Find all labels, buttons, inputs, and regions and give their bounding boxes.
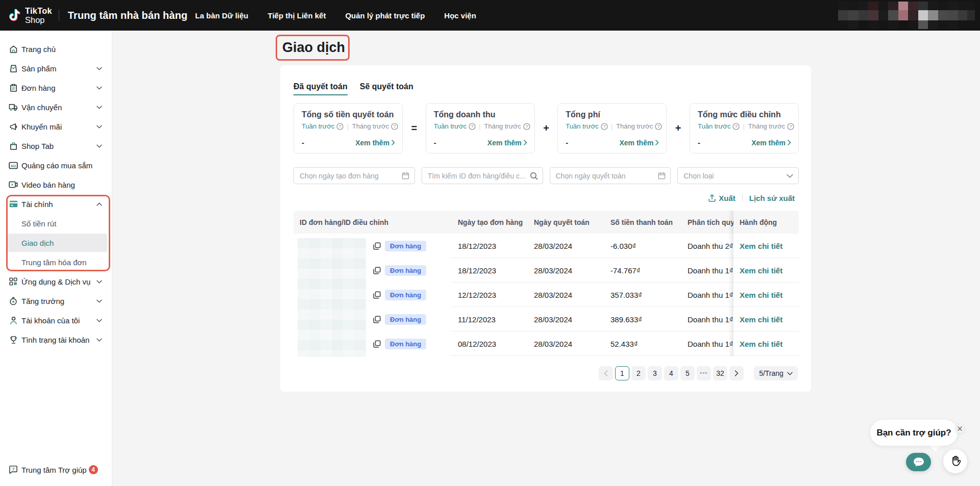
question-icon[interactable]: ?: [601, 123, 608, 130]
question-icon[interactable]: ?: [787, 123, 794, 130]
export-button[interactable]: Xuất: [708, 194, 736, 202]
copy-icon[interactable]: [373, 242, 381, 250]
tiktok-shop-logo[interactable]: TikTok Shop: [8, 7, 52, 24]
page-button-1[interactable]: 1: [615, 366, 629, 380]
sidebar-item-withdrawals[interactable]: Số tiền rút: [8, 214, 107, 233]
view-details-link[interactable]: Xem chi tiết: [740, 315, 782, 324]
settled-date: 28/03/2024: [528, 242, 604, 250]
chat-button[interactable]: [906, 453, 931, 471]
page-button-2[interactable]: 2: [631, 366, 646, 380]
col-created-date: Ngày tạo đơn hàng: [452, 218, 528, 226]
sidebar-item-shopping-ads[interactable]: AD Quảng cáo mua sắm: [8, 156, 107, 174]
payment-amount: -74.767₫: [604, 266, 681, 275]
last-week-link[interactable]: Tuần trước: [698, 122, 730, 130]
sidebar-item-shipping[interactable]: Vận chuyển: [8, 98, 107, 116]
nav-academy[interactable]: Học viện: [444, 11, 476, 20]
redacted-account-area: [838, 2, 975, 29]
see-more-link[interactable]: Xem thêm: [620, 139, 659, 147]
see-more-link[interactable]: Xem thêm: [487, 139, 527, 147]
see-more-link[interactable]: Xem thêm: [751, 139, 791, 147]
sidebar-item-transactions[interactable]: Giao dịch: [8, 234, 107, 252]
last-week-link[interactable]: Tuần trước: [302, 122, 334, 130]
question-icon[interactable]: ?: [732, 123, 740, 130]
sidebar-item-invoice-center[interactable]: Trung tâm hóa đơn: [8, 253, 107, 271]
question-icon[interactable]: ?: [655, 123, 662, 130]
sidebar-item-finance[interactable]: Tài chính: [8, 195, 107, 213]
chevron-down-icon: [787, 372, 793, 375]
last-month-link[interactable]: Tháng trước: [748, 122, 785, 130]
view-details-link[interactable]: Xem chi tiết: [740, 291, 782, 299]
tab-settled[interactable]: Đã quyết toán: [293, 82, 348, 95]
copy-icon[interactable]: [373, 291, 381, 299]
copy-icon[interactable]: [373, 267, 381, 274]
page-button-4[interactable]: 4: [664, 366, 678, 380]
page-button-3[interactable]: 3: [648, 366, 662, 380]
sidebar-item-apps-services[interactable]: Ứng dụng & Dịch vụ: [8, 272, 107, 291]
page-ellipsis[interactable]: •••: [697, 366, 711, 380]
sidebar-item-shop-tab[interactable]: Shop Tab: [8, 137, 107, 155]
prev-page-button[interactable]: [599, 366, 613, 380]
sidebar-menu: Trang chủ Sản phẩm Đơn hàng Vận chuyển: [0, 31, 112, 349]
question-icon[interactable]: ?: [336, 123, 344, 130]
help-bubble-close-button[interactable]: [955, 424, 965, 433]
order-id-search-input[interactable]: [422, 167, 543, 184]
sidebar-item-my-account[interactable]: Tài khoản của tôi: [8, 311, 107, 329]
page-button-5[interactable]: 5: [680, 366, 695, 380]
last-week-link[interactable]: Tuần trước: [434, 122, 467, 130]
table-row: Đơn hàng 12/12/2023 28/03/2024 357.033₫ …: [293, 283, 799, 307]
nav-data-compass[interactable]: La bàn Dữ liệu: [195, 11, 248, 20]
chevron-down-icon: [96, 337, 102, 343]
sidebar-item-promotions[interactable]: Khuyến mãi: [8, 117, 107, 136]
payment-amount: -6.030₫: [604, 242, 681, 250]
copy-icon[interactable]: [373, 340, 381, 348]
sidebar-item-account-health[interactable]: Tình trạng tài khoản: [8, 330, 107, 349]
sidebar-item-products[interactable]: Sản phẩm: [8, 59, 107, 78]
nav-affiliate-marketing[interactable]: Tiếp thị Liên kết: [268, 11, 326, 20]
question-icon[interactable]: ?: [523, 123, 530, 130]
summary-card-total-settlement: Tổng số tiền quyết toán Tuần trước ? | T…: [293, 103, 403, 154]
sidebar: Trang chủ Sản phẩm Đơn hàng Vận chuyển: [0, 31, 112, 486]
last-month-link[interactable]: Tháng trước: [484, 122, 521, 130]
sidebar-help-center[interactable]: ? Trung tâm Trợ giúp 4: [0, 461, 112, 479]
product-icon: [9, 64, 18, 73]
status-icon: [9, 335, 18, 344]
nav-live-management[interactable]: Quản lý phát trực tiếp: [345, 11, 425, 20]
next-page-button[interactable]: [729, 366, 744, 380]
created-date: 18/12/2023: [452, 242, 528, 250]
type-select-input[interactable]: [677, 167, 799, 184]
col-analysis: Phân tích quyết toán: [681, 218, 733, 226]
tab-to-be-settled[interactable]: Sẽ quyết toán: [360, 82, 413, 95]
sidebar-item-growth[interactable]: Tăng trưởng: [8, 292, 107, 310]
sidebar-item-video-sales[interactable]: Video bán hàng: [8, 175, 107, 194]
settlement-analysis: Doanh thu 1₫: [681, 266, 733, 275]
settled-date: 28/03/2024: [528, 315, 604, 324]
shop-tab-icon: [9, 141, 18, 150]
sidebar-item-orders[interactable]: Đơn hàng: [8, 79, 107, 97]
order-date-input[interactable]: [293, 167, 415, 184]
export-history-link[interactable]: Lịch sử xuất: [749, 194, 795, 202]
copy-icon[interactable]: [373, 316, 381, 323]
settlement-date-input[interactable]: [550, 167, 671, 184]
promotion-icon: [9, 122, 18, 131]
created-date: 11/12/2023: [452, 315, 528, 324]
see-more-link[interactable]: Xem thêm: [355, 139, 395, 147]
help-badge: 4: [89, 465, 98, 474]
question-icon[interactable]: ?: [469, 123, 476, 130]
question-icon[interactable]: ?: [391, 123, 398, 130]
summary-card-total-revenue: Tổng doanh thu Tuần trước ? | Tháng trướ…: [426, 103, 535, 154]
view-details-link[interactable]: Xem chi tiết: [740, 340, 782, 348]
page-button-32[interactable]: 32: [713, 366, 727, 380]
order-id-search-filter: [422, 167, 543, 184]
finance-icon: [9, 199, 18, 209]
sidebar-item-home[interactable]: Trang chủ: [8, 40, 107, 58]
page-size-select[interactable]: 5/Trang: [754, 366, 798, 380]
summary-value: -: [566, 138, 568, 147]
table-header-row: ID đơn hàng/ID điều chỉnh Ngày tạo đơn h…: [293, 211, 799, 234]
view-details-link[interactable]: Xem chi tiết: [740, 266, 782, 275]
svg-text:AD: AD: [11, 163, 16, 168]
last-week-link[interactable]: Tuần trước: [566, 122, 598, 130]
settlement-tabs: Đã quyết toán Sẽ quyết toán: [293, 82, 413, 95]
last-month-link[interactable]: Tháng trước: [352, 122, 389, 130]
view-details-link[interactable]: Xem chi tiết: [740, 242, 782, 250]
last-month-link[interactable]: Tháng trước: [616, 122, 653, 130]
